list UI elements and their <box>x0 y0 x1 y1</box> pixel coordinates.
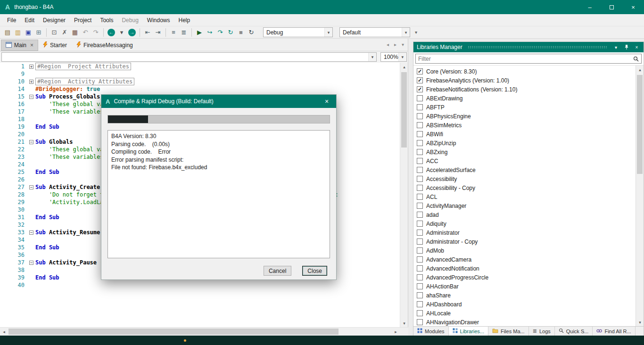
copy-icon[interactable]: ⊡ <box>49 27 59 38</box>
checkbox-unchecked[interactable] <box>417 203 423 209</box>
tab-scroll-left-icon[interactable]: ◂ <box>387 42 389 47</box>
library-item[interactable]: AcceleratedSurface <box>413 165 636 174</box>
checkbox-unchecked[interactable] <box>417 301 423 307</box>
fold-collapse-icon[interactable]: − <box>29 140 33 144</box>
menu-item-help[interactable]: Help <box>174 15 195 25</box>
cut-icon[interactable]: ✗ <box>59 27 70 38</box>
collapsed-region[interactable]: #Region Project Attributes <box>35 63 131 70</box>
tab-close-icon[interactable]: × <box>30 42 33 49</box>
redo-icon[interactable]: ↷ <box>91 27 101 38</box>
checkbox-unchecked[interactable] <box>417 247 423 254</box>
tab-quick-search[interactable]: Quick S... <box>555 327 593 336</box>
checkbox-unchecked[interactable] <box>417 122 423 128</box>
library-item[interactable]: AdvancedCamera <box>413 255 636 264</box>
open-project-icon[interactable]: ▥ <box>13 27 23 38</box>
library-item[interactable]: Accessibility - Copy <box>413 183 636 192</box>
checkbox-unchecked[interactable] <box>417 95 423 101</box>
checkbox-unchecked[interactable] <box>417 238 423 245</box>
tab-modules[interactable]: Modules <box>413 327 449 336</box>
library-item[interactable]: ✓FirebaseAnalytics (Version: 1.00) <box>413 76 636 85</box>
library-item[interactable]: AHActionBar <box>413 282 636 291</box>
checkbox-unchecked[interactable] <box>417 292 423 298</box>
build-configuration-select[interactable]: Default ▾ <box>339 27 410 37</box>
new-module-icon[interactable]: ▤ <box>2 27 13 38</box>
checkbox-unchecked[interactable] <box>417 221 423 227</box>
indent-icon[interactable]: ⇥ <box>153 27 163 38</box>
library-item[interactable]: AdMob <box>413 246 636 255</box>
fold-expand-icon[interactable]: + <box>29 80 33 84</box>
fold-collapse-icon[interactable]: − <box>29 261 33 265</box>
menu-item-edit[interactable]: Edit <box>20 15 39 25</box>
maximize-button[interactable] <box>601 0 622 14</box>
zoom-select[interactable]: 100% ▾ <box>380 52 407 62</box>
scroll-left-icon[interactable]: ◂ <box>0 328 8 336</box>
tab-firebasemessaging[interactable]: FirebaseMessaging <box>72 40 138 51</box>
filter-input[interactable] <box>416 56 631 62</box>
editor-vertical-scrollbar[interactable]: ▴ ▾ <box>400 63 408 327</box>
checkbox-unchecked[interactable] <box>417 185 423 191</box>
tab-find-all-references[interactable]: Find All R... <box>593 327 635 336</box>
debug-mode-select[interactable]: Debug ▾ <box>263 27 333 37</box>
cancel-button[interactable]: Cancel <box>264 266 291 276</box>
checkbox-unchecked[interactable] <box>417 176 423 182</box>
resume-icon[interactable]: ↻ <box>225 27 236 38</box>
library-item[interactable]: adad <box>413 210 636 219</box>
checkbox-unchecked[interactable] <box>417 131 423 137</box>
minimize-button[interactable]: – <box>579 0 601 14</box>
tab-scroll-right-icon[interactable]: ▸ <box>394 42 396 47</box>
library-item[interactable]: Accessibility <box>413 174 636 183</box>
menu-item-debug[interactable]: Debug <box>117 15 142 25</box>
library-item[interactable]: AdvancedNotification <box>413 264 636 273</box>
scroll-down-icon[interactable]: ▾ <box>400 319 408 327</box>
checkbox-unchecked[interactable] <box>417 265 423 271</box>
dialog-close-button[interactable]: Close <box>302 266 327 276</box>
checkbox-unchecked[interactable] <box>417 194 423 200</box>
checkbox-unchecked[interactable] <box>417 140 423 146</box>
stop-icon[interactable]: ■ <box>236 27 246 38</box>
checkbox-unchecked[interactable] <box>417 283 423 289</box>
checkbox-unchecked[interactable] <box>417 149 423 155</box>
library-item[interactable]: Adiquity <box>413 219 636 228</box>
close-button[interactable]: × <box>622 0 644 14</box>
tab-starter[interactable]: Starter <box>38 40 72 51</box>
save-icon[interactable]: ▣ <box>23 27 33 38</box>
scroll-up-icon[interactable]: ▴ <box>636 66 644 74</box>
library-item[interactable]: ✓Core (Version: 8.30) <box>413 67 636 76</box>
tab-files-manager[interactable]: Files Ma... <box>488 327 529 336</box>
dialog-close-icon[interactable]: × <box>322 98 332 105</box>
library-item[interactable]: ABZxing <box>413 148 636 156</box>
undo-icon[interactable]: ↶ <box>80 27 91 38</box>
jump-to-sub-select[interactable]: ▾ <box>1 52 377 62</box>
toolbar-overflow-icon[interactable]: ▾ <box>415 30 417 35</box>
checkbox-unchecked[interactable] <box>417 310 423 316</box>
tab-main[interactable]: Main× <box>1 40 38 51</box>
vscroll-thumb[interactable] <box>401 72 407 148</box>
checkbox-checked[interactable]: ✓ <box>417 86 423 92</box>
library-item[interactable]: AHLocale <box>413 309 636 318</box>
libraries-scrollbar[interactable]: ▴ ▾ <box>636 66 644 326</box>
library-item[interactable]: Administrator <box>413 228 636 237</box>
checkbox-unchecked[interactable] <box>417 212 423 218</box>
library-item[interactable]: ABSimMetrics <box>413 121 636 130</box>
back-history-icon[interactable]: ▾ <box>116 27 127 38</box>
menu-item-windows[interactable]: Windows <box>143 15 174 25</box>
checkbox-unchecked[interactable] <box>417 319 423 325</box>
search-icon[interactable] <box>631 56 641 62</box>
scroll-down-icon[interactable]: ▾ <box>636 318 644 326</box>
save-all-icon[interactable]: ⊞ <box>33 27 44 38</box>
tab-list-icon[interactable]: ▾ <box>402 42 404 47</box>
checkbox-checked[interactable]: ✓ <box>417 68 423 74</box>
editor-horizontal-scrollbar[interactable]: ◂ ▸ <box>0 327 408 336</box>
collapsed-region[interactable]: #Region Activity Attributes <box>35 78 134 85</box>
menu-item-project[interactable]: Project <box>70 15 96 25</box>
pin-icon[interactable] <box>623 44 630 50</box>
step-over-icon[interactable]: ↷ <box>215 27 225 38</box>
checkbox-checked[interactable]: ✓ <box>417 77 423 83</box>
library-item[interactable]: ActivityManager <box>413 201 636 210</box>
fold-collapse-icon[interactable]: − <box>29 185 33 189</box>
library-item[interactable]: ABExtDrawing <box>413 94 636 103</box>
checkbox-unchecked[interactable] <box>417 274 423 280</box>
menu-item-tools[interactable]: Tools <box>96 15 117 25</box>
library-item[interactable]: ABZipUnzip <box>413 139 636 148</box>
library-item[interactable]: AHDashboard <box>413 300 636 309</box>
